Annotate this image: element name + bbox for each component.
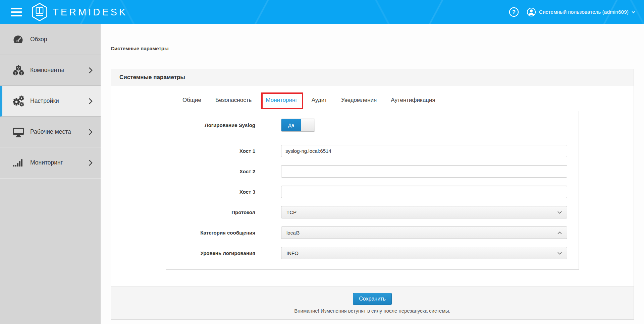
- loglevel-select-value: INFO: [286, 250, 299, 256]
- chevron-up-icon: [557, 232, 562, 234]
- syslog-toggle-on-label: Да: [281, 119, 301, 131]
- host3-input[interactable]: [281, 186, 567, 198]
- main-content: Системные параметры Системные параметры …: [101, 24, 644, 324]
- tab-general[interactable]: Общие: [182, 93, 201, 108]
- field-label-protocol: Протокол: [166, 209, 255, 215]
- desktop-icon: [12, 126, 25, 138]
- sidebar-item-components[interactable]: Компоненты: [0, 55, 101, 86]
- save-button[interactable]: Сохранить: [353, 293, 392, 305]
- menu-icon[interactable]: [11, 8, 22, 16]
- field-label-host1: Хост 1: [166, 148, 255, 154]
- chevron-right-icon: [89, 129, 93, 135]
- chart-bars-icon: [12, 157, 25, 169]
- syslog-toggle[interactable]: Да: [281, 119, 315, 132]
- brand-title: TERMIDESK: [53, 7, 127, 18]
- sidebar-item-overview[interactable]: Обзор: [0, 24, 101, 55]
- facility-select[interactable]: local3: [281, 226, 567, 239]
- caret-down-icon: [632, 11, 635, 13]
- chevron-down-icon: [557, 252, 562, 255]
- field-label-facility: Категория сообщения: [166, 230, 255, 236]
- protocol-select[interactable]: TCP: [281, 206, 567, 218]
- card-title: Системные параметры: [111, 69, 634, 86]
- user-name-label: Системный пользователь (admin609): [539, 9, 629, 15]
- chevron-right-icon: [89, 98, 93, 105]
- field-label-syslog: Логирование Syslog: [166, 122, 255, 128]
- sidebar-item-label: Компоненты: [30, 67, 86, 74]
- user-menu[interactable]: Системный пользователь (admin609): [527, 7, 635, 17]
- cogs-icon: [12, 95, 25, 107]
- top-bar: TERMIDESK ? Системный пользователь (admi…: [0, 0, 644, 24]
- facility-select-value: local3: [286, 230, 300, 236]
- cubes-icon: [12, 64, 25, 76]
- hexagon-logo-icon: [31, 3, 48, 21]
- field-label-host2: Хост 2: [166, 169, 255, 174]
- breadcrumb: Системные параметры: [111, 46, 634, 51]
- card-footer: Сохранить Внимание! Изменения вступят в …: [111, 286, 634, 319]
- sidebar-item-label: Обзор: [30, 36, 93, 43]
- field-label-host3: Хост 3: [166, 189, 255, 195]
- tab-security[interactable]: Безопасность: [215, 93, 252, 108]
- chevron-right-icon: [89, 67, 93, 74]
- host2-input[interactable]: [281, 165, 567, 178]
- system-parameters-card: Системные параметры Общие Безопасность М…: [111, 69, 634, 320]
- syslog-toggle-handle: [301, 119, 315, 131]
- loglevel-select[interactable]: INFO: [281, 247, 567, 259]
- gauge-icon: [12, 34, 25, 46]
- tab-notifications[interactable]: Уведомления: [341, 93, 377, 108]
- sidebar: Обзор Компоненты: [0, 24, 101, 324]
- sidebar-item-label: Мониторинг: [30, 159, 86, 166]
- help-circle-icon[interactable]: ?: [508, 7, 519, 17]
- monitoring-settings-form: Логирование Syslog Да Хост 1: [166, 111, 579, 270]
- field-label-loglevel: Уровень логирования: [166, 250, 255, 256]
- sidebar-item-settings[interactable]: Настройки: [0, 86, 101, 117]
- restart-warning-text: Внимание! Изменения вступят в силу после…: [111, 308, 634, 314]
- sidebar-item-workplaces[interactable]: Рабочие места: [0, 117, 101, 147]
- termidesk-admin-window: TERMIDESK ? Системный пользователь (admi…: [0, 0, 644, 324]
- user-circle-icon: [527, 7, 536, 17]
- tab-authentication[interactable]: Аутентификация: [391, 93, 435, 108]
- chevron-down-icon: [557, 211, 562, 214]
- chevron-right-icon: [89, 159, 93, 166]
- svg-text:?: ?: [512, 9, 516, 15]
- settings-tabs: Общие Безопасность Мониторинг Аудит Увед…: [166, 93, 579, 108]
- sidebar-item-monitoring[interactable]: Мониторинг: [0, 147, 101, 178]
- tab-monitoring-label: Мониторинг: [266, 97, 297, 103]
- tab-monitoring[interactable]: Мониторинг: [266, 93, 297, 108]
- sidebar-item-label: Рабочие места: [30, 128, 86, 135]
- brand[interactable]: TERMIDESK: [31, 3, 127, 21]
- sidebar-item-label: Настройки: [30, 98, 86, 105]
- host1-input[interactable]: [281, 145, 567, 157]
- top-bar-right: ? Системный пользователь (admin609): [508, 7, 635, 17]
- tab-audit[interactable]: Аудит: [312, 93, 327, 108]
- protocol-select-value: TCP: [286, 209, 297, 215]
